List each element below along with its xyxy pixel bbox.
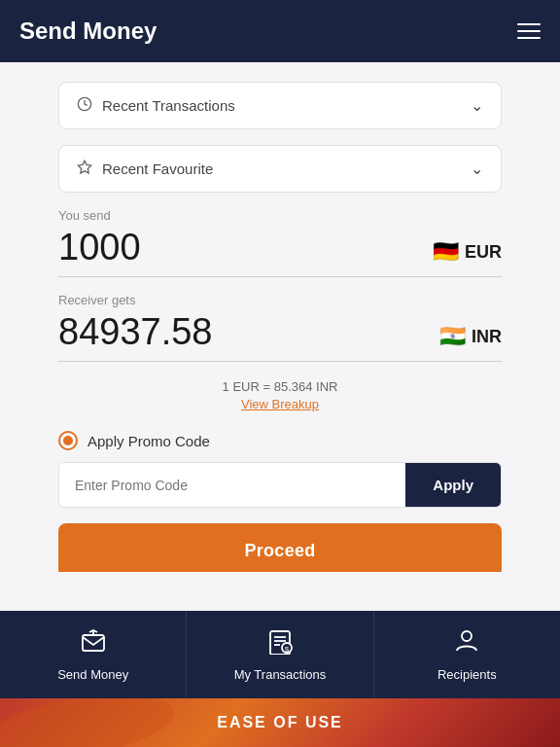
nav-send-money-label: Send Money bbox=[57, 667, 128, 682]
amount-section: You send 1000 🇩🇪 EUR Receiver gets 84937… bbox=[58, 208, 502, 362]
menu-button[interactable] bbox=[517, 23, 541, 39]
promo-input-row: Apply bbox=[58, 462, 502, 508]
radio-inner bbox=[63, 436, 73, 445]
svg-marker-1 bbox=[78, 160, 90, 173]
receive-amount-value: 84937.58 bbox=[58, 311, 213, 353]
banner-text: EASE OF USE bbox=[217, 714, 343, 731]
send-currency-badge: 🇩🇪 EUR bbox=[433, 239, 502, 268]
svg-point-10 bbox=[462, 631, 472, 641]
apply-button[interactable]: Apply bbox=[405, 463, 501, 507]
send-amount-value: 1000 bbox=[58, 227, 141, 268]
view-breakup-link[interactable]: View Breakup bbox=[58, 397, 502, 411]
main-content: Recent Transactions ⌄ Recent Favourite ⌄… bbox=[0, 62, 560, 572]
star-icon bbox=[77, 160, 92, 178]
recent-transactions-dropdown[interactable]: Recent Transactions ⌄ bbox=[58, 82, 502, 129]
promo-label-row: Apply Promo Code bbox=[58, 431, 502, 450]
promo-code-input[interactable] bbox=[59, 463, 405, 507]
receive-currency: INR bbox=[472, 327, 502, 347]
send-money-icon bbox=[80, 627, 107, 661]
svg-rect-2 bbox=[83, 635, 104, 651]
chevron-down-icon: ⌄ bbox=[471, 96, 483, 115]
nav-send-money[interactable]: Send Money bbox=[0, 611, 187, 698]
svg-text:$: $ bbox=[285, 645, 290, 654]
page-title: Send Money bbox=[19, 18, 157, 45]
exchange-rate-text: 1 EUR = 85.364 INR bbox=[223, 379, 338, 394]
chevron-down-icon-2: ⌄ bbox=[471, 160, 483, 178]
recent-transactions-label: Recent Transactions bbox=[102, 97, 235, 114]
nav-recipients[interactable]: Recipients bbox=[374, 611, 560, 698]
nav-my-transactions[interactable]: $ My Transactions bbox=[187, 611, 373, 698]
promo-code-label: Apply Promo Code bbox=[88, 433, 210, 449]
you-send-label: You send bbox=[58, 208, 502, 223]
receive-amount-row: 84937.58 🇮🇳 INR bbox=[58, 311, 502, 362]
promo-radio[interactable] bbox=[58, 431, 78, 450]
send-currency: EUR bbox=[465, 242, 502, 263]
receiver-gets-label: Receiver gets bbox=[58, 293, 502, 307]
nav-recipients-label: Recipients bbox=[438, 667, 497, 682]
app-header: Send Money bbox=[0, 0, 560, 62]
exchange-info: 1 EUR = 85.364 INR View Breakup bbox=[58, 377, 502, 411]
proceed-button[interactable]: Proceed bbox=[58, 523, 502, 572]
recent-favourite-dropdown[interactable]: Recent Favourite ⌄ bbox=[58, 145, 502, 193]
receive-flag: 🇮🇳 bbox=[439, 324, 466, 349]
bottom-nav: Send Money $ My Transactions Recipients bbox=[0, 611, 560, 698]
promo-section: Apply Promo Code Apply bbox=[58, 431, 502, 508]
send-amount-row: 1000 🇩🇪 EUR bbox=[58, 227, 502, 277]
recipients-icon bbox=[453, 627, 480, 661]
bottom-banner: EASE OF USE bbox=[0, 698, 560, 747]
receive-currency-badge: 🇮🇳 INR bbox=[439, 324, 502, 353]
transactions-icon: $ bbox=[266, 627, 294, 661]
nav-my-transactions-label: My Transactions bbox=[234, 667, 327, 682]
send-flag: 🇩🇪 bbox=[433, 239, 459, 265]
clock-icon bbox=[77, 96, 92, 115]
recent-favourite-label: Recent Favourite bbox=[102, 160, 213, 177]
